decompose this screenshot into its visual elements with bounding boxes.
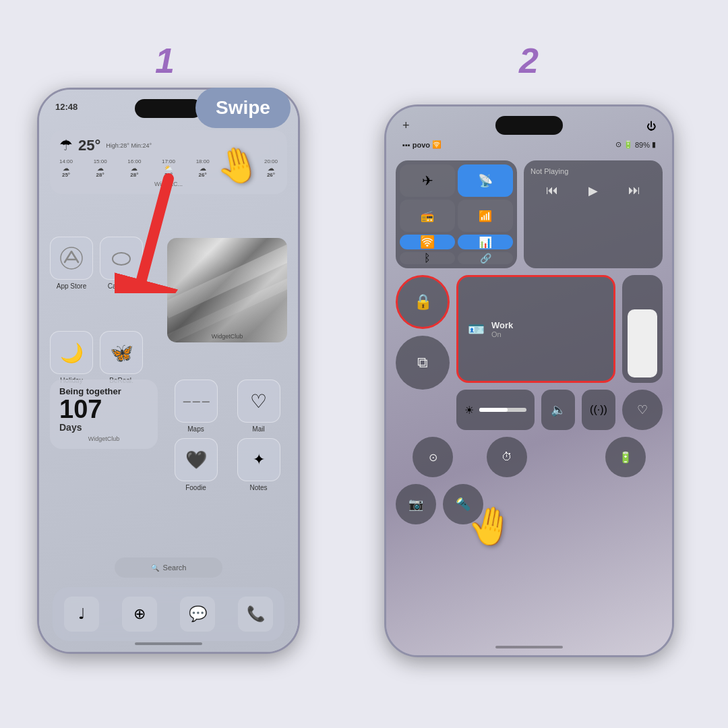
airplane-mode-btn[interactable]: ✈ — [400, 164, 455, 197]
battery-info: ⊙ 🔋 89% ▮ — [615, 140, 656, 149]
notes-label: Notes — [249, 484, 267, 491]
mail-label: Mail — [252, 425, 264, 433]
being-together-sublabel: WidgetClub — [59, 435, 148, 442]
weather-hour-4: 17:00⛅28° — [162, 158, 175, 178]
being-together-number: 107 — [59, 396, 148, 422]
weather-icon: ☂ — [59, 137, 73, 154]
holiday-item[interactable]: 🌙 Holiday — [50, 331, 93, 384]
bars-btn[interactable]: 📊 — [458, 235, 513, 249]
cc-bottom-row: ⊙ ⏱ 🔋 — [396, 437, 663, 477]
phone2-status-right: ⏻ — [646, 119, 656, 133]
now-playing-block[interactable]: Not Playing ⏮ ▶ ⏭ — [524, 160, 663, 268]
cc-power-icon[interactable]: ⏻ — [646, 121, 656, 131]
work-label: Work — [491, 320, 513, 330]
maps-item[interactable]: ⸺⸺⸺ Maps — [167, 380, 224, 433]
dock-messages[interactable]: 💬 — [180, 597, 215, 632]
bereal-item[interactable]: 🦋 BeReal. — [100, 331, 143, 384]
weather-hour-7: 20:00☁26° — [264, 158, 278, 178]
dynamic-island-1 — [135, 99, 202, 118]
work-icon: 🪪 — [468, 321, 485, 337]
small-app-grid: ⸺⸺⸺ Maps ♡ Mail 🖤 Foodie ✦ Notes — [167, 380, 287, 491]
dock-phone[interactable]: 📞 — [238, 597, 273, 632]
app-row1: App Store Calendar — [50, 237, 143, 290]
maps-label: Maps — [187, 425, 204, 433]
weather-hour-5: 18:00☁26° — [196, 158, 210, 178]
battery-percentage: 89% — [635, 141, 650, 149]
battery-btn[interactable]: 🔋 — [605, 437, 646, 477]
app-store-item[interactable]: App Store — [50, 237, 93, 290]
swipe-bubble: Swipe — [195, 88, 291, 128]
mail-item[interactable]: ♡ Mail — [230, 380, 287, 433]
home-indicator-2 — [495, 646, 563, 648]
hearing-btn[interactable]: ((·)) — [582, 390, 615, 430]
weather-hour-3: 16:00☁28° — [127, 158, 141, 178]
widgetclub-image[interactable]: WidgetClub — [167, 238, 287, 342]
foodie-item[interactable]: 🖤 Foodie — [167, 438, 224, 491]
sound-btn[interactable]: 🔈 — [541, 390, 575, 430]
phone2: + ⏻ ▪▪▪ povo 🛜 ⊙ 🔋 89% ▮ ✈ 📡 📻 📶 — [384, 104, 674, 657]
hotspot-btn[interactable]: 📡 — [458, 164, 513, 197]
power-button — [298, 218, 300, 272]
dock-compass[interactable]: ⊕ — [122, 597, 157, 632]
cc-center-col: 🪪 Work On ☀ 🔈 ((·)) — [456, 275, 615, 430]
app-store-label: App Store — [57, 282, 86, 290]
app-row2: 🌙 Holiday 🦋 BeReal. — [50, 331, 143, 384]
playback-controls: ⏮ ▶ ⏭ — [530, 183, 656, 198]
heart-btn[interactable]: ♡ — [622, 390, 663, 430]
search-bar[interactable]: 🔍 Search — [115, 557, 222, 578]
connectivity-block: ✈ 📡 📻 📶 🛜 📊 ᛒ 🔗 — [396, 160, 517, 268]
volume-slider[interactable] — [622, 275, 663, 383]
calendar-label: Calendar — [108, 282, 135, 290]
bluetooth-btn[interactable]: ᛒ — [400, 252, 455, 264]
control-center: ✈ 📡 📻 📶 🛜 📊 ᛒ 🔗 Not Playing ⏮ ▶ ⏭ — [396, 160, 663, 524]
phone2-statusbar: ▪▪▪ povo 🛜 ⊙ 🔋 89% ▮ — [402, 140, 656, 149]
weather-hour-2: 15:00☁28° — [94, 158, 107, 178]
svg-point-3 — [113, 253, 130, 265]
timer-btn[interactable]: ⏱ — [487, 437, 527, 477]
being-together-widget[interactable]: Being together 107 Days WidgetClub — [50, 380, 158, 449]
airdrop-btn[interactable]: 📶 — [458, 200, 513, 232]
next-btn[interactable]: ⏭ — [628, 183, 640, 198]
foodie-label: Foodie — [185, 484, 206, 491]
power-button-2 — [672, 235, 674, 289]
brightness-slider[interactable]: ☀ — [456, 390, 535, 430]
cc-left-circles: 🔒 ⧉ — [396, 275, 450, 430]
widgetclub-label: WidgetClub — [167, 333, 287, 340]
now-playing-label: Not Playing — [530, 167, 656, 175]
notes-item[interactable]: ✦ Notes — [230, 438, 287, 491]
rotation-lock-btn[interactable]: 🔒 — [396, 275, 450, 329]
signal-info: ▪▪▪ povo 🛜 — [402, 140, 442, 149]
tap-gesture-hand: 🤚 — [464, 501, 517, 552]
dock: ♩ ⊕ 💬 📞 — [53, 587, 284, 641]
wifi-btn[interactable]: 🛜 — [400, 235, 455, 249]
vpn-btn[interactable]: 🔗 — [458, 252, 513, 264]
prev-btn[interactable]: ⏮ — [546, 183, 558, 198]
spacer — [561, 437, 572, 477]
cc-slider-col: ♡ — [622, 275, 663, 430]
dynamic-island-2 — [495, 116, 563, 135]
cc-camera-row: 📷 🔦 — [396, 484, 663, 524]
focus-dots-btn[interactable]: ⊙ — [413, 437, 453, 477]
dock-music[interactable]: ♩ — [64, 597, 99, 632]
home-indicator-1 — [135, 642, 202, 645]
being-together-days: Days — [59, 422, 148, 433]
cc-row1: ✈ 📡 📻 📶 🛜 📊 ᛒ 🔗 Not Playing ⏮ ▶ ⏭ — [396, 160, 663, 268]
brightness-row: ☀ 🔈 ((·)) — [456, 390, 615, 430]
search-label: Search — [163, 564, 187, 572]
unknown-btn[interactable]: 📻 — [400, 200, 455, 232]
step1-number: 1 — [155, 40, 175, 81]
calendar-item[interactable]: Calendar — [100, 237, 143, 290]
screen-mirror-btn[interactable]: ⧉ — [396, 336, 450, 390]
focus-work-btn[interactable]: 🪪 Work On — [456, 275, 615, 383]
cc-add-icon[interactable]: + — [402, 119, 410, 133]
phone1-time: 12:48 — [55, 102, 78, 112]
camera-btn[interactable]: 📷 — [396, 484, 436, 524]
weather-details: High:28° Min:24° — [106, 142, 152, 149]
weather-temp: 25° — [78, 137, 100, 154]
step2-number: 2 — [519, 40, 539, 81]
work-status: On — [491, 330, 513, 338]
weather-hour-1: 14:00☁25° — [59, 158, 73, 178]
play-btn[interactable]: ▶ — [588, 183, 598, 198]
search-icon: 🔍 — [151, 564, 159, 572]
carrier-name: povo — [413, 141, 430, 149]
